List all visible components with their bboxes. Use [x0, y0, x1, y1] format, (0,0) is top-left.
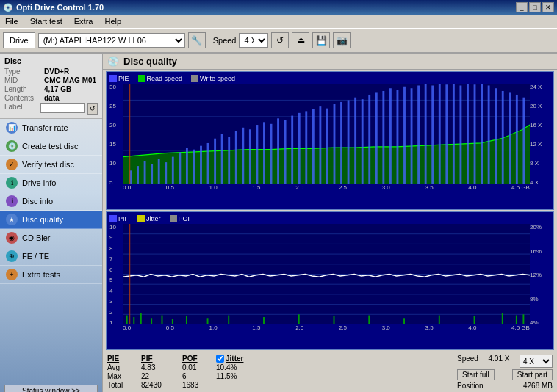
svg-rect-81 — [186, 316, 187, 324]
y2-7: 7 — [109, 255, 123, 262]
x2-05: 0.5 — [166, 324, 174, 331]
jitter-checkbox[interactable] — [216, 355, 224, 363]
extra-tests-label: Extra tests — [22, 270, 60, 279]
chart2-svg — [123, 224, 530, 324]
x2-4: 4.0 — [468, 324, 476, 331]
nav-transfer-rate[interactable]: 📊 Transfer rate — [0, 119, 102, 137]
status-window-button[interactable]: Status window >> — [4, 385, 98, 392]
close-button[interactable]: ✕ — [542, 2, 554, 12]
content-area: 💿 Disc quality PIE Read speed — [103, 54, 557, 392]
nav-extra-tests[interactable]: + Extra tests — [0, 266, 102, 284]
x1-05: 0.5 — [166, 184, 174, 191]
y1-25: 25 — [109, 103, 123, 109]
avg-pif: 0.01 — [182, 363, 212, 371]
y1-15: 15 — [109, 141, 123, 148]
pie-legend-label: PIE — [118, 75, 129, 82]
nav-cd-bler[interactable]: ◉ CD Bler — [0, 229, 102, 247]
disc-length-row: Length 4,17 GB — [4, 85, 98, 93]
disc-info-section: Disc Type DVD+R MID CMC MAG M01 Length 4… — [0, 54, 102, 119]
contents-label: Contents — [4, 94, 41, 102]
svg-rect-85 — [298, 314, 300, 324]
title-bar-text: 💿 Opti Drive Control 1.70 — [3, 3, 104, 12]
chart1-y-axis-right: 24 X 20 X 16 X 12 X 8 X 4 X — [530, 84, 550, 195]
nav-disc-quality[interactable]: ★ Disc quality — [0, 211, 102, 229]
svg-rect-78 — [151, 318, 152, 324]
legend-pof: POF — [170, 215, 193, 222]
svg-rect-20 — [221, 134, 223, 185]
nav-disc-info[interactable]: ℹ Disc info — [0, 192, 102, 211]
start-part-button[interactable]: Start part — [512, 369, 553, 380]
svg-rect-54 — [459, 85, 461, 184]
length-label: Length — [4, 85, 41, 93]
x1-45: 4.5 GB — [511, 184, 530, 191]
yr2-8: 8% — [530, 296, 550, 302]
drive-dropdown[interactable]: (M:) ATAPI IHAP122 W LL06 — [38, 33, 185, 48]
svg-rect-47 — [411, 88, 413, 184]
nav-drive-info[interactable]: ℹ Drive info — [0, 174, 102, 192]
refresh-button[interactable]: ↺ — [271, 32, 289, 48]
screenshot-button[interactable]: 📷 — [333, 32, 351, 48]
x1-3: 3.0 — [382, 184, 390, 191]
nav-fe-te[interactable]: ⊕ FE / TE — [0, 247, 102, 266]
disc-mid-row: MID CMC MAG M01 — [4, 76, 98, 84]
read-speed-legend-label: Read speed — [147, 75, 183, 82]
y2-9: 9 — [109, 234, 123, 241]
speed-dropdown[interactable]: 4 X — [239, 33, 268, 48]
disc-info-label: Disc info — [22, 197, 53, 206]
yr2-16: 16% — [530, 248, 550, 255]
drive-info-label: Drive info — [22, 178, 56, 187]
write-speed-color — [191, 75, 198, 82]
create-test-icon: 💿 — [6, 140, 18, 152]
svg-rect-26 — [263, 122, 265, 184]
nav-create-test-disc[interactable]: 💿 Create test disc — [0, 137, 102, 156]
x2-3: 3.0 — [382, 324, 390, 331]
svg-rect-15 — [186, 148, 188, 184]
app-title: Opti Drive Control 1.70 — [16, 3, 104, 12]
svg-rect-59 — [495, 88, 497, 184]
y1-10: 10 — [109, 160, 123, 167]
svg-rect-14 — [179, 152, 181, 184]
svg-rect-32 — [305, 111, 307, 184]
menu-start-test[interactable]: Start test — [28, 16, 65, 26]
speed-row: Speed 4.01 X 4 X — [457, 355, 553, 368]
x1-0: 0.0 — [123, 184, 131, 191]
minimize-button[interactable]: _ — [516, 2, 528, 12]
verify-test-icon: ✓ — [6, 159, 18, 170]
chart2-y-axis-right: 20% 16% 12% 8% 4% — [530, 224, 550, 335]
pif-legend-label: PIF — [118, 215, 129, 222]
svg-rect-83 — [228, 316, 229, 324]
label-input[interactable] — [40, 103, 85, 113]
disc-info-icon: ℹ — [6, 195, 18, 207]
menu-extra[interactable]: Extra — [72, 16, 96, 26]
svg-rect-55 — [467, 84, 469, 184]
label-refresh-button[interactable]: ↺ — [87, 103, 98, 115]
svg-rect-36 — [334, 104, 336, 184]
svg-rect-28 — [277, 118, 279, 184]
mid-label: MID — [4, 76, 41, 84]
x1-15: 1.5 — [252, 184, 260, 191]
x2-1: 1.0 — [209, 324, 218, 331]
burn-button[interactable]: 💾 — [312, 32, 330, 48]
svg-rect-41 — [368, 95, 370, 184]
app-icon: 💿 — [3, 3, 13, 12]
svg-rect-13 — [172, 157, 174, 184]
read-speed-color — [138, 75, 145, 82]
svg-rect-11 — [158, 159, 160, 184]
menu-help[interactable]: Help — [102, 16, 123, 26]
nav-verify-test-disc[interactable]: ✓ Verify test disc — [0, 156, 102, 174]
x1-35: 3.5 — [425, 184, 433, 191]
svg-rect-30 — [291, 116, 293, 184]
disc-quality-icon: ★ — [6, 214, 18, 225]
menu-file[interactable]: File — [3, 16, 21, 26]
properties-button[interactable]: 🔧 — [188, 32, 206, 48]
legend-pif: PIF — [109, 215, 129, 222]
eject-button[interactable]: ⏏ — [292, 32, 309, 48]
x1-25: 2.5 — [339, 184, 347, 191]
speed-stat-label: Speed — [457, 355, 478, 368]
maximize-button[interactable]: □ — [529, 2, 541, 12]
svg-rect-76 — [133, 317, 134, 324]
drive-tab[interactable]: Drive — [3, 32, 35, 48]
speed-select[interactable]: 4 X — [520, 355, 553, 368]
start-full-button[interactable]: Start full — [457, 369, 495, 380]
svg-rect-9 — [144, 161, 146, 184]
